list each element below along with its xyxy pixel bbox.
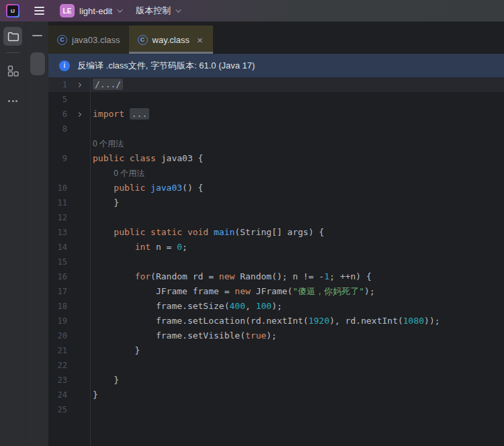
- code-text: [91, 358, 93, 373]
- code-line[interactable]: 23 }: [48, 373, 504, 388]
- gutter-space: [67, 373, 91, 388]
- line-number: 23: [48, 373, 67, 388]
- structure-tool-window-button[interactable]: [3, 61, 22, 80]
- code-line[interactable]: 16 for(Random rd = new Random(); n != -1…: [48, 269, 504, 284]
- gutter-space: [67, 166, 91, 181]
- main-menu-icon[interactable]: [32, 4, 47, 17]
- line-number: 24: [48, 388, 67, 402]
- gutter-space: [67, 269, 91, 284]
- fold-arrow-icon[interactable]: [67, 77, 91, 92]
- code-text: public static void main(String[] args) {: [91, 225, 324, 240]
- tool-window-stripe: [0, 21, 26, 446]
- tab-way-class[interactable]: way.class ×: [129, 26, 213, 54]
- code-line[interactable]: 0 个用法: [48, 136, 504, 151]
- more-tool-windows-button[interactable]: [7, 96, 19, 106]
- gutter-space: [67, 136, 91, 151]
- code-line[interactable]: 19 frame.setLocation(rd.nextInt(1920), r…: [48, 314, 504, 328]
- info-icon: [59, 60, 70, 71]
- code-text: [91, 92, 93, 107]
- decompile-notification-banner: 反编译 .class文件, 字节码版本: 61.0 (Java 17): [48, 54, 504, 77]
- code-line[interactable]: 10 public java03() {: [48, 181, 504, 195]
- tool-window-drag-handle[interactable]: [30, 52, 45, 75]
- code-line[interactable]: 14 int n = 0;: [48, 240, 504, 255]
- project-name: light-edit: [79, 6, 112, 16]
- hide-tool-window-button[interactable]: [32, 35, 42, 36]
- gutter-space: [67, 314, 91, 328]
- line-number: 19: [48, 314, 67, 328]
- gutter-space: [67, 195, 91, 210]
- code-text: JFrame frame = new JFrame("傻逼，你妈死了");: [91, 284, 375, 299]
- tab-java03-class[interactable]: java03.class: [48, 26, 129, 54]
- code-text: [91, 210, 93, 225]
- project-tool-window-button[interactable]: [3, 27, 22, 46]
- line-number: 15: [48, 255, 67, 269]
- tab-label: way.class: [153, 35, 190, 45]
- code-line[interactable]: 24}: [48, 388, 504, 402]
- gutter-space: [67, 151, 91, 166]
- ide-window: IJ LE light-edit 版本控制: [0, 0, 504, 446]
- code-line[interactable]: 15: [48, 255, 504, 269]
- gutter-space: [67, 225, 91, 240]
- code-text: }: [91, 373, 119, 388]
- line-number: 25: [48, 402, 67, 417]
- line-number: 6: [48, 107, 67, 122]
- editor-lines: 1/.../56import ...80 个用法9public class ja…: [48, 77, 504, 417]
- gutter-space: [67, 402, 91, 417]
- code-line[interactable]: 11 }: [48, 195, 504, 210]
- code-line[interactable]: 5: [48, 92, 504, 107]
- line-number: 10: [48, 181, 67, 195]
- line-number: 21: [48, 343, 67, 358]
- line-number: 20: [48, 328, 67, 343]
- code-text: }: [91, 388, 98, 402]
- gutter-space: [67, 240, 91, 255]
- line-number: 8: [48, 122, 67, 136]
- folder-icon: [7, 32, 19, 42]
- frame-body: java03.class way.class × 反编译 .class文件, 字…: [0, 21, 504, 446]
- code-text: [91, 255, 93, 269]
- code-text: for(Random rd = new Random(); n != -1; +…: [91, 269, 372, 284]
- code-text: public class java03 {: [91, 151, 203, 166]
- line-number: 22: [48, 358, 67, 373]
- line-number: 18: [48, 299, 67, 314]
- collapsed-tool-window-panel: [26, 21, 48, 446]
- code-line[interactable]: 9public class java03 {: [48, 151, 504, 166]
- java-class-icon: [57, 35, 67, 45]
- code-line[interactable]: 8: [48, 122, 504, 136]
- code-line[interactable]: 25: [48, 402, 504, 417]
- banner-text: 反编译 .class文件, 字节码版本: 61.0 (Java 17): [77, 60, 255, 72]
- code-line[interactable]: 21 }: [48, 343, 504, 358]
- code-line[interactable]: 0 个用法: [48, 166, 504, 181]
- gutter-space: [67, 210, 91, 225]
- code-line[interactable]: 12: [48, 210, 504, 225]
- code-editor[interactable]: 1/.../56import ...80 个用法9public class ja…: [48, 77, 504, 446]
- line-number: [48, 166, 67, 181]
- chevron-down-icon: [117, 7, 122, 12]
- close-icon[interactable]: ×: [196, 34, 204, 46]
- line-number: 16: [48, 269, 67, 284]
- code-text: }: [91, 195, 119, 210]
- gutter-separator: [90, 77, 91, 446]
- code-line[interactable]: 20 frame.setVisible(true);: [48, 328, 504, 343]
- more-icon: [8, 100, 10, 102]
- code-line[interactable]: 18 frame.setSize(400, 100);: [48, 299, 504, 314]
- line-number: [48, 136, 67, 151]
- code-line[interactable]: 22: [48, 358, 504, 373]
- gutter-space: [67, 284, 91, 299]
- code-line[interactable]: 6import ...: [48, 107, 504, 122]
- code-text: /.../: [91, 77, 123, 92]
- line-number: 12: [48, 210, 67, 225]
- code-text: import ...: [91, 107, 149, 122]
- gutter-space: [67, 92, 91, 107]
- code-line[interactable]: 13 public static void main(String[] args…: [48, 225, 504, 240]
- fold-arrow-icon[interactable]: [67, 107, 91, 122]
- code-line[interactable]: 17 JFrame frame = new JFrame("傻逼，你妈死了");: [48, 284, 504, 299]
- line-number: 14: [48, 240, 67, 255]
- code-text: int n = 0;: [91, 240, 187, 255]
- project-widget[interactable]: LE light-edit: [60, 4, 121, 17]
- vcs-widget[interactable]: 版本控制: [136, 5, 179, 17]
- gutter-space: [67, 343, 91, 358]
- code-line[interactable]: 1/.../: [48, 77, 504, 92]
- editor-column: java03.class way.class × 反编译 .class文件, 字…: [48, 21, 504, 446]
- stripe-divider: [6, 52, 19, 53]
- line-number: 13: [48, 225, 67, 240]
